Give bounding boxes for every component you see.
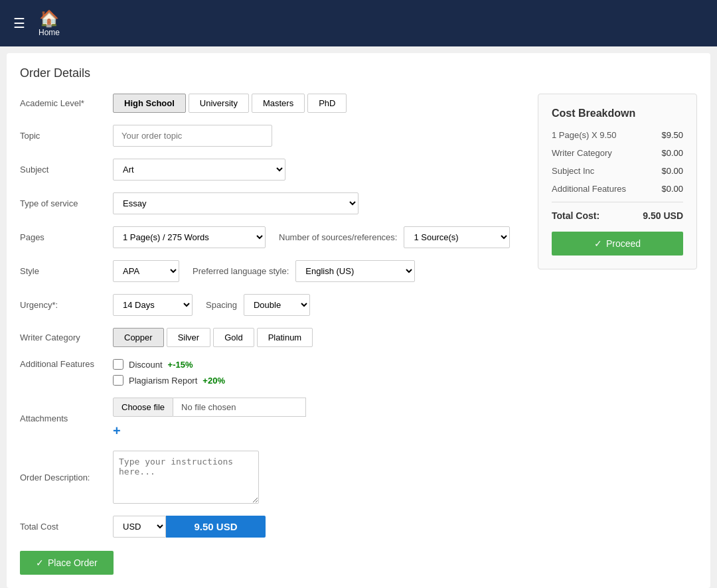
pref-lang-label: Preferred language style: xyxy=(193,266,289,276)
page-title: Order Details xyxy=(20,66,697,80)
writer-btn-platinum[interactable]: Platinum xyxy=(257,328,313,347)
proceed-button[interactable]: ✓ Proceed xyxy=(552,232,683,256)
plagiarism-checkbox[interactable] xyxy=(113,375,123,386)
subject-row: Subject Art Science Math English History xyxy=(20,159,524,181)
urgency-label: Urgency*: xyxy=(20,300,113,310)
proceed-checkmark: ✓ xyxy=(594,238,602,249)
cost-row-pages-value: $9.50 xyxy=(661,130,683,140)
plagiarism-pct: +20% xyxy=(202,376,225,386)
urgency-select[interactable]: 14 Days 7 Days 3 Days 1 Day xyxy=(113,294,193,316)
place-order-label: Place Order xyxy=(48,557,98,568)
subject-label: Subject xyxy=(20,165,113,175)
home-icon: 🏠 xyxy=(39,9,59,28)
cost-row-subject-value: $0.00 xyxy=(661,166,683,176)
plagiarism-label: Plagiarism Report xyxy=(129,376,197,386)
content-layout: Academic Level* High School University M… xyxy=(20,94,697,575)
cost-row-subject: Subject Inc $0.00 xyxy=(552,166,683,176)
discount-checkbox[interactable] xyxy=(113,359,123,370)
cost-row-additional-label: Additional Features xyxy=(552,184,626,194)
order-desc-row: Order Description: xyxy=(20,451,524,504)
menu-icon[interactable]: ☰ xyxy=(13,15,25,31)
home-nav[interactable]: 🏠 Home xyxy=(39,9,60,37)
spacing-label: Spacing xyxy=(206,300,237,310)
file-input-wrapper: Choose file No file chosen xyxy=(113,398,306,417)
form-area: Academic Level* High School University M… xyxy=(20,94,524,575)
lang-select[interactable]: English (US) English (UK) Spanish xyxy=(295,260,415,282)
writer-category-row: Writer Category Copper Silver Gold Plati… xyxy=(20,328,524,347)
level-btn-masters[interactable]: Masters xyxy=(252,94,305,113)
home-label: Home xyxy=(39,28,60,37)
level-btn-highschool[interactable]: High School xyxy=(113,94,186,113)
writer-category-buttons: Copper Silver Gold Platinum xyxy=(113,328,313,347)
cost-divider xyxy=(552,202,683,202)
total-row: Total Cost: 9.50 USD xyxy=(552,210,683,221)
total-row-value: 9.50 USD xyxy=(643,210,683,221)
writer-btn-gold[interactable]: Gold xyxy=(213,328,254,347)
total-cost-row: Total Cost USD EUR GBP 9.50 USD xyxy=(20,516,524,538)
choose-file-button[interactable]: Choose file xyxy=(113,398,173,417)
academic-level-label: Academic Level* xyxy=(20,98,113,108)
cost-row-writer-value: $0.00 xyxy=(661,148,683,158)
cost-row-pages-label: 1 Page(s) X 9.50 xyxy=(552,130,617,140)
total-row-label: Total Cost: xyxy=(552,210,599,221)
urgency-row: Urgency*: 14 Days 7 Days 3 Days 1 Day Sp… xyxy=(20,294,524,316)
main-container: Order Details Academic Level* High Schoo… xyxy=(7,53,710,588)
cost-row-subject-label: Subject Inc xyxy=(552,166,594,176)
writer-btn-copper[interactable]: Copper xyxy=(113,328,164,347)
order-desc-label: Order Description: xyxy=(20,473,113,482)
cost-panel-title: Cost Breakdown xyxy=(552,108,683,119)
subject-select[interactable]: Art Science Math English History xyxy=(113,159,285,181)
total-cost-label: Total Cost xyxy=(20,522,113,532)
discount-pct: +-15% xyxy=(168,360,193,370)
sources-label: Number of sources/references: xyxy=(279,232,397,242)
currency-select[interactable]: USD EUR GBP xyxy=(113,516,166,538)
proceed-label: Proceed xyxy=(606,238,641,249)
place-order-button[interactable]: ✓ Place Order xyxy=(20,551,114,575)
discount-label: Discount xyxy=(129,360,163,370)
cost-row-writer-label: Writer Category xyxy=(552,148,612,158)
pages-label: Pages xyxy=(20,232,113,242)
sources-select[interactable]: 1 Source(s) 2 Source(s) 3 Source(s) xyxy=(404,226,510,248)
academic-level-buttons: High School University Masters PhD xyxy=(113,94,347,113)
topic-input[interactable] xyxy=(113,125,272,147)
attachments-area: Choose file No file chosen + xyxy=(113,398,306,439)
level-btn-university[interactable]: University xyxy=(189,94,249,113)
additional-features-label: Additional Features xyxy=(20,359,113,369)
discount-item: Discount +-15% xyxy=(113,359,225,370)
attachments-row: Attachments Choose file No file chosen + xyxy=(20,398,524,439)
style-row: Style APA MLA Chicago Harvard Preferred … xyxy=(20,260,524,282)
additional-features-row: Additional Features Discount +-15% Plagi… xyxy=(20,359,524,386)
service-select[interactable]: Essay Research Paper Dissertation Course… xyxy=(113,192,358,214)
total-amount-display: 9.50 USD xyxy=(166,516,266,538)
plagiarism-item: Plagiarism Report +20% xyxy=(113,375,225,386)
writer-category-label: Writer Category xyxy=(20,332,113,342)
writer-btn-silver[interactable]: Silver xyxy=(167,328,211,347)
attachments-label: Attachments xyxy=(20,413,113,423)
spacing-select[interactable]: Double Single xyxy=(244,294,310,316)
level-btn-phd[interactable]: PhD xyxy=(307,94,347,113)
place-order-checkmark: ✓ xyxy=(36,557,44,568)
checkbox-group: Discount +-15% Plagiarism Report +20% xyxy=(113,359,225,386)
cost-row-additional: Additional Features $0.00 xyxy=(552,184,683,194)
cost-row-pages: 1 Page(s) X 9.50 $9.50 xyxy=(552,130,683,140)
service-label: Type of service xyxy=(20,198,113,208)
cost-row-writer: Writer Category $0.00 xyxy=(552,148,683,158)
service-row: Type of service Essay Research Paper Dis… xyxy=(20,192,524,214)
style-label: Style xyxy=(20,266,113,276)
order-desc-textarea[interactable] xyxy=(113,451,259,504)
style-select[interactable]: APA MLA Chicago Harvard xyxy=(113,260,179,282)
pages-row: Pages 1 Page(s) / 275 Words 2 Page(s) / … xyxy=(20,226,524,248)
cost-row-additional-value: $0.00 xyxy=(661,184,683,194)
add-attachment-icon[interactable]: + xyxy=(113,423,121,439)
topic-row: Topic xyxy=(20,125,524,147)
academic-level-row: Academic Level* High School University M… xyxy=(20,94,524,113)
cost-breakdown-panel: Cost Breakdown 1 Page(s) X 9.50 $9.50 Wr… xyxy=(538,94,697,269)
topic-label: Topic xyxy=(20,131,113,141)
header: ☰ 🏠 Home xyxy=(0,0,717,46)
pages-select[interactable]: 1 Page(s) / 275 Words 2 Page(s) / 550 Wo… xyxy=(113,226,266,248)
no-file-text: No file chosen xyxy=(173,398,306,417)
